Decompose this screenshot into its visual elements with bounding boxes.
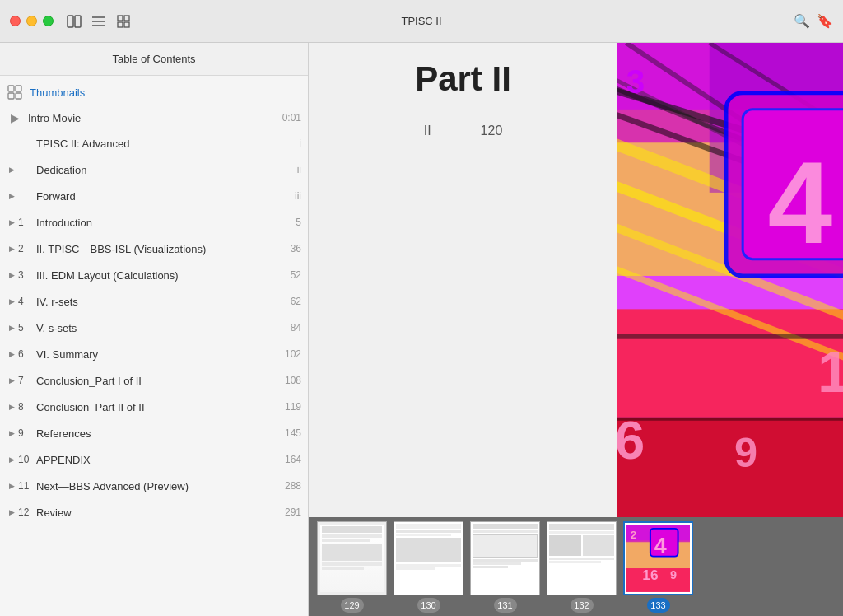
introduction-number: 1: [18, 217, 36, 228]
edm-layout-number: 3: [18, 269, 36, 281]
svg-rect-7: [118, 22, 123, 27]
thumb-num-132: 132: [571, 598, 594, 613]
summary-arrow: ▶: [5, 348, 18, 361]
review-arrow: ▶: [5, 506, 18, 519]
forward-arrow: ▶: [5, 189, 18, 203]
window-title: TPISC II: [401, 15, 441, 27]
intro-movie-time: 0:01: [282, 112, 301, 124]
close-button[interactable]: [10, 16, 21, 26]
references-page: 145: [285, 427, 301, 439]
main-page-view: Part II II 120: [309, 43, 843, 517]
sidebar-item-introduction[interactable]: ▶ 1 Introduction 5: [0, 209, 308, 236]
thumbnail-132[interactable]: 132: [547, 521, 617, 613]
dedication-label: Dedication: [36, 164, 294, 176]
sidebar-item-s-sets[interactable]: ▶ 5 V. s-sets 84: [0, 315, 308, 341]
next-bbs-arrow: ▶: [5, 479, 18, 492]
svg-rect-10: [16, 86, 21, 91]
sidebar-item-edm-layout[interactable]: ▶ 3 III. EDM Layout (Calculations) 52: [0, 262, 308, 288]
next-bbs-page: 288: [285, 480, 301, 492]
svg-text:4: 4: [654, 533, 667, 558]
appendix-label: APPENDIX: [36, 454, 282, 466]
bbs-isl-page: 36: [291, 243, 301, 254]
svg-rect-17: [617, 418, 843, 517]
sidebar-item-dedication[interactable]: ▶ Dedication ii: [0, 156, 308, 183]
intro-movie-label: Intro Movie: [28, 112, 279, 124]
sidebar-item-conclusion2[interactable]: ▶ 8 Conclusion_Part II of II 119: [0, 394, 308, 420]
sidebar-item-conclusion1[interactable]: ▶ 7 Conclusion_Part I of II 108: [0, 367, 308, 394]
references-arrow: ▶: [5, 427, 18, 440]
thumbnail-131[interactable]: 131: [470, 521, 540, 613]
review-label: Review: [36, 506, 282, 519]
conclusion1-number: 7: [18, 375, 36, 386]
dedication-arrow: ▶: [5, 163, 18, 176]
thumb-num-129: 129: [341, 598, 364, 613]
introduction-label: Introduction: [36, 217, 292, 229]
page-artwork: 2 3 5 4 9 a a² 16 16 9: [617, 43, 843, 517]
thumbnail-129[interactable]: 129: [317, 521, 387, 613]
review-page: 291: [285, 506, 301, 518]
svg-text:9: 9: [670, 567, 677, 581]
fullscreen-button[interactable]: [43, 16, 54, 26]
svg-rect-16: [617, 309, 843, 417]
thumb-num-131: 131: [494, 598, 517, 613]
thumb-img-130: [394, 521, 463, 595]
thumbnail-133[interactable]: 2 3 4 16 9 133: [623, 521, 693, 613]
traffic-lights: [10, 16, 54, 26]
svg-rect-44: [617, 418, 843, 421]
grid-icon[interactable]: [113, 11, 134, 32]
svg-text:16: 16: [817, 339, 843, 404]
tpisc-advanced-page: i: [299, 138, 301, 149]
sidebar-item-thumbnails[interactable]: Thumbnails: [0, 79, 308, 105]
next-bbs-label: Next—BBS Advanced (Preview): [36, 480, 282, 492]
svg-rect-6: [124, 16, 129, 21]
summary-number: 6: [18, 348, 36, 360]
thumb-img-131: [470, 521, 540, 595]
bookmark-icon[interactable]: 🔖: [817, 13, 833, 29]
conclusion1-page: 108: [285, 375, 301, 386]
sidebar-item-review[interactable]: ▶ 12 Review 291: [0, 499, 308, 525]
book-icon[interactable]: [63, 11, 85, 32]
review-number: 12: [18, 506, 36, 518]
thumb-img-129: [317, 521, 387, 595]
tpisc-advanced-label: TPISC II: Advanced: [36, 138, 296, 150]
s-sets-label: V. s-sets: [36, 322, 287, 334]
bbs-isl-arrow: ▶: [5, 242, 18, 255]
sidebar-item-r-sets[interactable]: ▶ 4 IV. r-sets 62: [0, 288, 308, 315]
sidebar-item-bbs-isl[interactable]: ▶ 2 II. TPISC—BBS-ISL (Visualizations) 3…: [0, 236, 308, 262]
svg-text:2: 2: [631, 529, 637, 541]
thumbnail-strip: 129 130: [309, 517, 843, 616]
r-sets-page: 62: [291, 296, 301, 307]
conclusion2-number: 8: [18, 401, 36, 413]
dedication-page: ii: [297, 164, 301, 175]
svg-rect-9: [8, 86, 14, 91]
minimize-button[interactable]: [26, 16, 37, 26]
list-icon[interactable]: [88, 11, 109, 32]
sidebar-item-forward[interactable]: ▶ Forward iii: [0, 183, 308, 209]
sidebar-item-references[interactable]: ▶ 9 References 145: [0, 420, 308, 446]
svg-rect-12: [16, 93, 21, 99]
introduction-arrow: ▶: [5, 216, 18, 229]
svg-rect-11: [8, 93, 14, 99]
thumbnails-icon: [7, 84, 23, 100]
sidebar-item-summary[interactable]: ▶ 6 VI. Summary 102: [0, 341, 308, 367]
conclusion2-label: Conclusion_Part II of II: [36, 401, 282, 413]
s-sets-number: 5: [18, 322, 36, 334]
sidebar-header: Table of Contents: [0, 43, 308, 76]
introduction-page: 5: [296, 217, 301, 228]
sidebar-item-tpisc-advanced[interactable]: TPISC II: Advanced i: [0, 130, 308, 156]
r-sets-number: 4: [18, 296, 36, 307]
search-icon[interactable]: 🔍: [794, 13, 810, 29]
play-icon: ▶: [7, 110, 23, 126]
svg-text:9: 9: [734, 429, 757, 476]
page-num-right: 120: [481, 124, 503, 138]
sidebar-item-intro-movie[interactable]: ▶ Intro Movie 0:01: [0, 105, 308, 130]
titlebar-right-controls: 🔍 🔖: [794, 13, 833, 29]
next-bbs-number: 11: [18, 480, 36, 492]
s-sets-arrow: ▶: [5, 321, 18, 334]
content-area: Part II II 120: [309, 43, 843, 616]
sidebar-item-next-bbs[interactable]: ▶ 11 Next—BBS Advanced (Preview) 288: [0, 473, 308, 499]
sidebar-item-appendix[interactable]: ▶ 10 APPENDIX 164: [0, 446, 308, 473]
thumbnail-130[interactable]: 130: [394, 521, 463, 613]
appendix-number: 10: [18, 454, 36, 465]
sidebar-list[interactable]: Thumbnails ▶ Intro Movie 0:01 TPISC II: …: [0, 76, 308, 616]
